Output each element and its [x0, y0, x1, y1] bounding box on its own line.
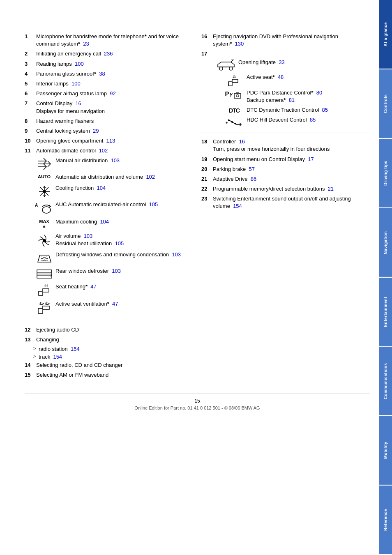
page-footer: 15 Online Edition for Part no. 01 41 0 0…	[25, 394, 370, 410]
tab-entertainment[interactable]: Entertainment	[379, 278, 392, 346]
icon-seat-vent: Active seat ventilation* 47	[33, 300, 193, 316]
tab-at-a-glance[interactable]: At a glance	[379, 0, 392, 69]
item-9: 9 Central locking system 29	[25, 127, 193, 135]
active-seat-icon	[226, 74, 242, 87]
liftgate-icon	[216, 60, 236, 71]
footer-text: Online Edition for Part no. 01 41 0 012 …	[25, 405, 370, 410]
svg-point-7	[43, 190, 46, 193]
auto-badge: AUTO	[38, 174, 51, 179]
svg-text:A: A	[35, 203, 38, 207]
item-18: 18 Controller 16Turn, press or move hori…	[201, 138, 370, 153]
item-19: 19 Opening start menu on Control Display…	[201, 156, 370, 163]
item-3: 3 Reading lamps 100	[25, 60, 193, 68]
item-13-sublist: ▷ radio station 154 ▷ track 154	[33, 346, 193, 360]
item-12: 12 Ejecting audio CD	[25, 326, 193, 334]
item-11: 11 Automatic climate control 102	[25, 147, 193, 154]
item-20: 20 Parking brake 57	[201, 166, 370, 173]
item-1: 1 Microphone for handsfree mode for tele…	[25, 33, 193, 48]
subitem-track: ▷ track 154	[33, 354, 193, 360]
icon-air-volume: Air volume 103Residual heat utilization …	[33, 233, 193, 248]
item-23: 23 Switching Entertainment sound output …	[201, 195, 370, 210]
air-distribution-icon	[36, 158, 53, 170]
seat-heat-icon	[37, 284, 52, 297]
item-14: 14 Selecting radio, CD and CD changer	[25, 362, 193, 369]
hdc-icon	[226, 117, 243, 128]
tab-reference[interactable]: Reference	[379, 486, 392, 554]
svg-point-21	[229, 67, 233, 70]
item-4: 4 Panorama glass sunroof* 38	[25, 70, 193, 78]
tab-driving-tips[interactable]: Driving tips	[379, 139, 392, 207]
icon-dtc: DTC DTC Dynamic Traction Control 85	[222, 106, 370, 114]
page-number: 15	[25, 398, 370, 404]
item-8: 8 Hazard warning flashers	[25, 117, 193, 125]
item-16: 16 Ejecting navigation DVD with Professi…	[201, 33, 370, 48]
item-13: 13 Changing	[25, 336, 193, 343]
item-7: 7 Control Display 16Displays for menu na…	[25, 100, 193, 115]
item-15: 15 Selecting AM or FM waveband	[25, 371, 193, 379]
seat-vent-icon	[36, 301, 53, 316]
icon-max: MAX❄ Maximum cooling 104	[33, 218, 193, 229]
icon-cooling: Cooling function 104	[33, 184, 193, 198]
svg-point-20	[219, 67, 223, 70]
defrost-rear-icon	[36, 268, 53, 280]
subitem-radio: ▷ radio station 154	[33, 346, 193, 352]
sidebar-tabs: At a glance Controls Driving tips Naviga…	[379, 0, 392, 555]
max-badge: MAX❄	[39, 219, 49, 229]
pdc-badge: P y	[225, 90, 244, 101]
tab-controls[interactable]: Controls	[379, 69, 392, 138]
icon-pdc: P y PDC Park Distance Control* 80Backup …	[222, 89, 370, 104]
item-21: 21 Adaptive Drive 86	[201, 175, 370, 183]
icon-defrost-front: Defrosting windows and removing condensa…	[33, 251, 193, 264]
tab-communications[interactable]: Communications	[379, 347, 392, 415]
auc-icon: A	[35, 202, 53, 215]
defrost-front-icon	[36, 252, 53, 264]
svg-point-24	[236, 94, 239, 97]
item-2: 2 Initiating an emergency call 236	[25, 50, 193, 58]
icon-defrost-rear: Rear window defroster 103	[33, 267, 193, 280]
dtc-badge: DTC	[229, 107, 240, 114]
icon-seat-heat: Seat heating* 47	[33, 283, 193, 297]
snowflake-icon	[38, 185, 51, 198]
icon-liftgate: Opening liftgate 33	[214, 59, 370, 71]
camera-icon	[233, 92, 242, 100]
air-volume-icon	[37, 233, 52, 248]
svg-point-13	[42, 207, 51, 213]
icon-auc: A AUC Automatic recirculated-air control…	[33, 201, 193, 215]
item-5: 5 Interior lamps 100	[25, 80, 193, 88]
tab-navigation[interactable]: Navigation	[379, 208, 392, 277]
item-17: 17	[201, 50, 370, 58]
item-22: 22 Programmable memory/direct selection …	[201, 185, 370, 193]
item-10: 10 Opening glove compartment 113	[25, 137, 193, 145]
icon-active-seat: Active seat* 48	[222, 74, 370, 87]
icon-hdc: HDC Hill Descent Control 85	[222, 116, 370, 128]
icon-manual-air: Manual air distribution 103	[33, 157, 193, 170]
icon-auto-air: AUTO Automatic air distribution and volu…	[33, 173, 193, 181]
item-6: 6 Passenger airbag status lamp 92	[25, 90, 193, 97]
tab-mobility[interactable]: Mobility	[379, 416, 392, 485]
